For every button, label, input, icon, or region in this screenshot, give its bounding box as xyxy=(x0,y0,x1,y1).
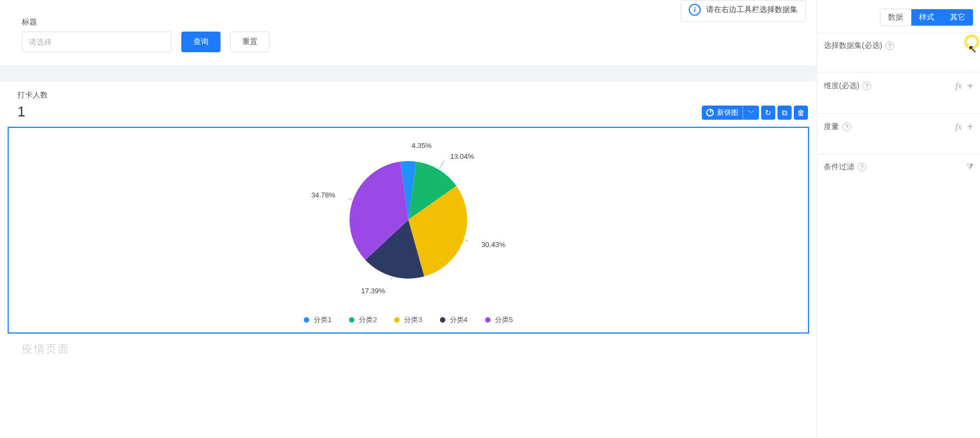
filter-icon[interactable]: ⧩ xyxy=(966,162,973,172)
fx-icon[interactable]: fx xyxy=(955,81,962,91)
chart-section: 打卡人数 1 新饼图 ﹀ ↻ ⧉ 🗑 4.35%13.04%30.43%17.3… xyxy=(0,82,817,350)
help-icon[interactable]: ? xyxy=(885,41,894,50)
legend: 分类1分类2分类3分类4分类5 xyxy=(9,315,808,325)
pie-icon xyxy=(706,109,714,116)
info-tip-text: 请在右边工具栏选择数据集 xyxy=(706,5,798,15)
chevron-down-icon[interactable]: ﹀ xyxy=(743,106,759,120)
legend-item[interactable]: 分类2 xyxy=(349,315,377,325)
slice-label: 34.78% xyxy=(311,191,335,199)
cfg-filter[interactable]: 条件过滤 ? ⧩ xyxy=(817,154,980,194)
chart-type-selector[interactable]: 新饼图 ﹀ xyxy=(702,106,759,120)
cfg-dataset-label: 选择数据集(必选) xyxy=(824,41,882,51)
reset-button[interactable]: 重置 xyxy=(230,32,270,52)
legend-dot xyxy=(440,317,445,323)
pie-wrap: 4.35%13.04%30.43%17.39%34.78% xyxy=(348,160,468,280)
legend-label: 分类5 xyxy=(495,315,513,325)
tab-style[interactable]: 样式 xyxy=(911,9,942,26)
plus-icon[interactable]: + xyxy=(967,81,973,91)
svg-line-2 xyxy=(465,240,468,243)
svg-line-1 xyxy=(439,161,444,169)
slice-label: 30.43% xyxy=(481,240,505,249)
legend-label: 分类1 xyxy=(314,315,332,325)
section-title: 打卡人数 xyxy=(17,90,799,100)
separator-band xyxy=(0,65,817,82)
legend-item[interactable]: 分类1 xyxy=(304,315,332,325)
tab-data[interactable]: 数据 xyxy=(880,9,911,26)
title-input[interactable] xyxy=(22,32,171,52)
cfg-dimension-label: 维度(必选) xyxy=(824,81,859,91)
info-tip: i 请在右边工具栏选择数据集 xyxy=(681,0,806,22)
main-area: i 请在右边工具栏选择数据集 标题 查询 重置 打卡人数 1 新饼图 ﹀ ↻ xyxy=(0,0,817,438)
pie-svg xyxy=(348,160,468,280)
fx-icon[interactable]: fx xyxy=(955,122,962,132)
svg-line-4 xyxy=(348,196,352,200)
title-field: 标题 xyxy=(22,17,171,52)
legend-item[interactable]: 分类3 xyxy=(394,315,422,325)
legend-item[interactable]: 分类5 xyxy=(485,315,513,325)
svg-line-3 xyxy=(389,277,392,280)
config-tabs: 数据 样式 其它 xyxy=(817,0,980,33)
help-icon[interactable]: ? xyxy=(857,163,866,171)
cfg-dataset[interactable]: 选择数据集(必选) ? xyxy=(817,33,980,72)
query-button[interactable]: 查询 xyxy=(181,32,220,52)
tab-other[interactable]: 其它 xyxy=(942,9,973,26)
plus-icon[interactable]: + xyxy=(967,121,973,132)
legend-label: 分类2 xyxy=(359,315,377,325)
cfg-measure[interactable]: 度量 ? fx + xyxy=(817,113,980,154)
chart-toolbar: 新饼图 ﹀ ↻ ⧉ 🗑 xyxy=(702,106,808,120)
refresh-icon[interactable]: ↻ xyxy=(761,106,775,120)
slice-label: 13.04% xyxy=(450,152,474,161)
cfg-measure-label: 度量 xyxy=(824,122,839,132)
info-icon: i xyxy=(689,4,701,16)
legend-label: 分类4 xyxy=(450,315,468,325)
legend-item[interactable]: 分类4 xyxy=(440,315,468,325)
slice-label: 17.39% xyxy=(361,287,385,295)
legend-dot xyxy=(394,317,400,323)
chart-type-label: 新饼图 xyxy=(717,108,738,118)
help-icon[interactable]: ? xyxy=(842,122,851,131)
legend-dot xyxy=(485,317,491,323)
cfg-dimension[interactable]: 维度(必选) ? fx + xyxy=(817,72,980,113)
legend-label: 分类3 xyxy=(404,315,422,325)
config-sidebar: 数据 样式 其它 选择数据集(必选) ? 维度(必选) ? fx + 度量 ? … xyxy=(817,0,980,438)
title-label: 标题 xyxy=(22,17,171,27)
delete-icon[interactable]: 🗑 xyxy=(794,106,808,120)
cfg-filter-label: 条件过滤 xyxy=(824,162,854,172)
legend-dot xyxy=(349,317,354,323)
section-value: 1 xyxy=(17,103,799,120)
slice-label: 4.35% xyxy=(412,141,432,150)
chart-area: 4.35%13.04%30.43%17.39%34.78% 分类1分类2分类3分… xyxy=(9,128,808,332)
help-icon[interactable]: ? xyxy=(862,82,871,90)
chart-panel[interactable]: 4.35%13.04%30.43%17.39%34.78% 分类1分类2分类3分… xyxy=(8,127,809,334)
copy-icon[interactable]: ⧉ xyxy=(777,106,792,120)
legend-dot xyxy=(304,317,309,323)
ghost-text: 疫情页面 xyxy=(22,342,70,356)
section-head: 打卡人数 1 xyxy=(8,87,809,122)
